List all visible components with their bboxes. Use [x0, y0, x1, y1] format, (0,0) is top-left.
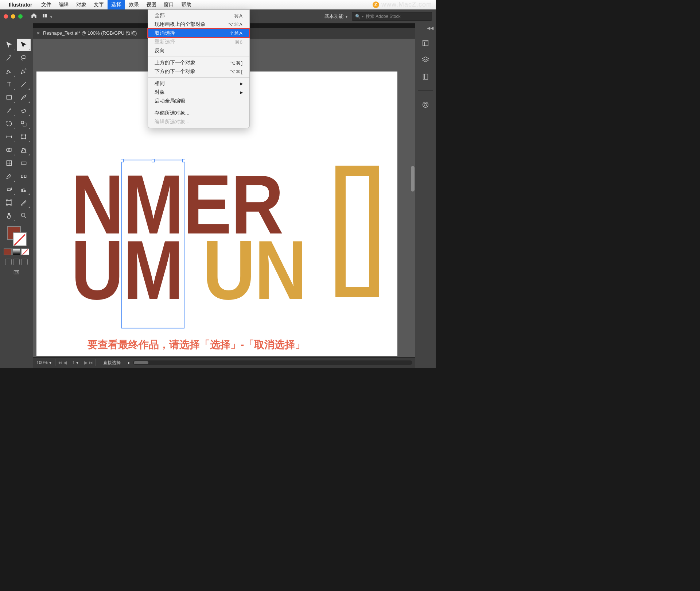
- draw-normal-icon[interactable]: [5, 259, 12, 265]
- svg-rect-26: [7, 200, 11, 205]
- menu-edit[interactable]: 编辑: [55, 0, 73, 9]
- gradient-color-icon[interactable]: [12, 248, 20, 255]
- menu-item-save-selection[interactable]: 存储所选对象...: [148, 109, 249, 117]
- column-graph-tool[interactable]: [17, 183, 31, 196]
- minimize-window-button[interactable]: [11, 14, 15, 19]
- last-artboard-icon[interactable]: ⏭: [89, 360, 93, 365]
- curvature-tool[interactable]: [17, 65, 31, 77]
- menu-file[interactable]: 文件: [38, 0, 55, 9]
- draw-behind-icon[interactable]: [13, 259, 20, 265]
- app-name[interactable]: Illustrator: [9, 2, 32, 8]
- workspace-switcher[interactable]: 基本功能 ▾: [324, 13, 347, 20]
- chevron-down-icon: ▾: [346, 15, 347, 19]
- lasso-tool[interactable]: [17, 52, 31, 64]
- mesh-tool[interactable]: [2, 157, 16, 169]
- search-adobe-stock[interactable]: 🔍 ▾ 搜索 Adobe Stock: [352, 12, 432, 21]
- perspective-tool[interactable]: [17, 144, 31, 156]
- libraries-panel-icon[interactable]: [420, 72, 431, 82]
- menu-item-all-on-artboard[interactable]: 现用画板上的全部对象⌥⌘A: [148, 20, 249, 29]
- menu-object[interactable]: 对象: [73, 0, 90, 9]
- free-transform-tool[interactable]: [17, 131, 31, 143]
- eyedropper-tool[interactable]: [2, 170, 16, 182]
- select-menu-dropdown: 全部⌘A 现用画板上的全部对象⌥⌘A 取消选择⇧⌘A 重新选择⌘6 反向 上方的…: [148, 9, 250, 128]
- artboard-tool[interactable]: [2, 196, 16, 209]
- close-tab-icon[interactable]: ✕: [36, 31, 40, 36]
- vertical-scrollbar[interactable]: [411, 166, 415, 192]
- type-tool[interactable]: [2, 78, 16, 90]
- svg-rect-23: [22, 189, 23, 192]
- eraser-tool[interactable]: [17, 104, 31, 117]
- menu-item-edit-selection: 编辑所选对象...: [148, 117, 249, 126]
- zoom-level[interactable]: 100%▾: [33, 360, 55, 365]
- menu-item-inverse[interactable]: 反向: [148, 46, 249, 55]
- svg-point-27: [21, 213, 25, 217]
- svg-rect-9: [22, 135, 26, 139]
- svg-rect-25: [25, 190, 26, 192]
- magic-wand-tool[interactable]: [2, 52, 16, 64]
- shape-builder-tool[interactable]: [2, 144, 16, 156]
- menu-window[interactable]: 窗口: [160, 0, 178, 9]
- pen-tool[interactable]: [2, 65, 16, 77]
- prev-artboard-icon[interactable]: ◀: [63, 360, 67, 365]
- svg-rect-0: [43, 14, 44, 17]
- direct-selection-tool[interactable]: [17, 39, 31, 51]
- zoom-tool[interactable]: [17, 209, 31, 222]
- svg-rect-30: [423, 40, 428, 46]
- artboard-number[interactable]: 1 ▾: [69, 360, 82, 365]
- right-panel-dock: ◀◀: [415, 23, 436, 368]
- home-icon[interactable]: [31, 12, 37, 20]
- status-dropdown-icon[interactable]: ▸: [128, 360, 130, 365]
- scale-tool[interactable]: [17, 117, 31, 130]
- svg-rect-28: [14, 270, 19, 274]
- maximize-window-button[interactable]: [18, 14, 23, 19]
- menu-separator: [148, 77, 249, 78]
- screen-mode-icon[interactable]: [13, 269, 20, 278]
- selection-tool[interactable]: [2, 39, 16, 51]
- layers-panel-icon[interactable]: [420, 55, 431, 65]
- menu-item-next-below[interactable]: 下方的下一个对象⌥⌘[: [148, 67, 249, 76]
- arrange-documents-icon[interactable]: ▾: [42, 13, 52, 20]
- svg-point-2: [21, 55, 26, 58]
- width-tool[interactable]: [2, 131, 16, 143]
- hand-tool[interactable]: [2, 209, 16, 222]
- svg-point-3: [25, 69, 26, 70]
- line-tool[interactable]: [17, 78, 31, 90]
- properties-panel-icon[interactable]: [420, 38, 431, 48]
- chevron-down-icon: ▾: [49, 360, 51, 365]
- svg-rect-1: [45, 14, 47, 17]
- paintbrush-tool[interactable]: [17, 91, 31, 104]
- menu-item-all[interactable]: 全部⌘A: [148, 11, 249, 20]
- none-color-icon[interactable]: [21, 248, 29, 255]
- first-artboard-icon[interactable]: ⏮: [58, 360, 62, 365]
- color-mode-row: [4, 248, 29, 255]
- rectangle-tool[interactable]: [2, 91, 16, 104]
- solid-color-icon[interactable]: [4, 248, 12, 255]
- menu-effect[interactable]: 效果: [125, 0, 143, 9]
- slice-tool[interactable]: [17, 196, 31, 209]
- menu-help[interactable]: 帮助: [178, 0, 195, 9]
- artwork-outline-o[interactable]: [335, 166, 379, 297]
- symbol-sprayer-tool[interactable]: [2, 183, 16, 196]
- draw-inside-icon[interactable]: [21, 259, 28, 265]
- appearance-panel-icon[interactable]: [420, 100, 431, 110]
- expand-panels-icon[interactable]: ◀◀: [427, 26, 433, 31]
- menu-view[interactable]: 视图: [143, 0, 160, 9]
- close-window-button[interactable]: [4, 14, 8, 19]
- artwork-bottom-text[interactable]: UM UN: [71, 222, 307, 319]
- menu-item-deselect[interactable]: 取消选择⇧⌘A: [148, 29, 249, 38]
- stroke-color-swatch[interactable]: [13, 232, 27, 246]
- fill-stroke-swatches[interactable]: [5, 226, 27, 246]
- menu-item-global-edit[interactable]: 启动全局编辑: [148, 97, 249, 105]
- menu-item-object[interactable]: 对象▶: [148, 88, 249, 97]
- menu-type[interactable]: 文字: [90, 0, 108, 9]
- document-tab-title[interactable]: Reshape_Text.ai* @ 100% (RGB/GPU 预览): [43, 30, 137, 36]
- shaper-tool[interactable]: [2, 104, 16, 117]
- next-artboard-icon[interactable]: ▶: [84, 360, 88, 365]
- rotate-tool[interactable]: [2, 117, 16, 130]
- menu-item-same[interactable]: 相同▶: [148, 79, 249, 88]
- blend-tool[interactable]: [17, 170, 31, 182]
- menu-item-next-above[interactable]: 上方的下一个对象⌥⌘]: [148, 58, 249, 67]
- horizontal-scrollbar[interactable]: [133, 360, 412, 365]
- gradient-tool[interactable]: [17, 157, 31, 169]
- menu-select[interactable]: 选择: [108, 0, 125, 9]
